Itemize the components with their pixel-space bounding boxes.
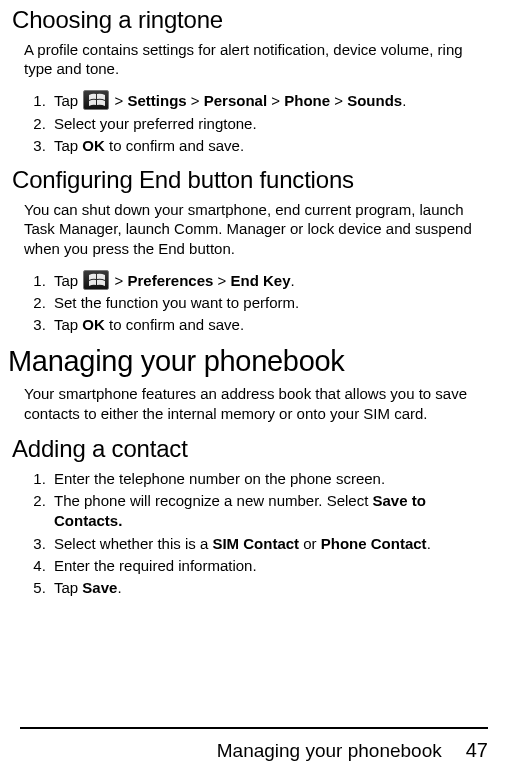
ok-label: OK (82, 316, 105, 333)
bold-label: SIM Contact (212, 535, 299, 552)
step-item: Tap OK to confirm and save. (50, 315, 484, 335)
path-segment: Settings (127, 92, 186, 109)
period: . (117, 579, 121, 596)
path-segment: End Key (230, 272, 290, 289)
step-item: Tap > Settings > Personal > Phone > Soun… (50, 90, 484, 111)
step-item: Tap Save. (50, 578, 484, 598)
step-text: to confirm and save. (105, 137, 244, 154)
step-text: The phone will recognize a new number. S… (54, 492, 373, 509)
bold-label: Save (82, 579, 117, 596)
path-segment: Personal (204, 92, 267, 109)
step-item: Select your preferred ringtone. (50, 114, 484, 134)
step-text: to confirm and save. (105, 316, 244, 333)
step-text: Tap (54, 137, 82, 154)
ok-label: OK (82, 137, 105, 154)
period: . (402, 92, 406, 109)
steps-list: Tap > Settings > Personal > Phone > Soun… (24, 90, 484, 156)
step-text: Tap (54, 92, 82, 109)
steps-list: Enter the telephone number on the phone … (24, 469, 484, 599)
step-text: Tap (54, 316, 82, 333)
step-item: The phone will recognize a new number. S… (50, 491, 484, 532)
sep: > (267, 92, 284, 109)
step-item: Set the function you want to perform. (50, 293, 484, 313)
step-item: Tap OK to confirm and save. (50, 136, 484, 156)
page-footer: Managing your phonebook 47 (20, 727, 488, 762)
step-item: Tap > Preferences > End Key. (50, 270, 484, 291)
footer-section-title: Managing your phonebook (217, 740, 442, 762)
sep: > (115, 272, 128, 289)
windows-start-icon (83, 90, 109, 110)
paragraph: Your smartphone features an address book… (24, 384, 484, 422)
step-item: Select whether this is a SIM Contact or … (50, 534, 484, 554)
path-segment: Preferences (127, 272, 213, 289)
heading-managing-phonebook: Managing your phonebook (8, 345, 488, 378)
sep: > (187, 92, 204, 109)
steps-list: Tap > Preferences > End Key. Set the fun… (24, 270, 484, 336)
paragraph: You can shut down your smartphone, end c… (24, 200, 484, 258)
path-segment: Phone (284, 92, 330, 109)
windows-start-icon (83, 270, 109, 290)
page-number: 47 (466, 739, 488, 762)
heading-adding-contact: Adding a contact (12, 435, 488, 463)
step-text: Tap (54, 272, 82, 289)
period: . (427, 535, 431, 552)
paragraph: A profile contains settings for alert no… (24, 40, 484, 78)
sep: > (213, 272, 230, 289)
path-segment: Sounds (347, 92, 402, 109)
period: . (291, 272, 295, 289)
step-text: or (299, 535, 321, 552)
heading-choosing-ringtone: Choosing a ringtone (12, 6, 488, 34)
sep: > (115, 92, 128, 109)
step-text: Tap (54, 579, 82, 596)
step-text: Select whether this is a (54, 535, 212, 552)
step-item: Enter the required information. (50, 556, 484, 576)
step-item: Enter the telephone number on the phone … (50, 469, 484, 489)
sep: > (330, 92, 347, 109)
bold-label: Phone Contact (321, 535, 427, 552)
heading-end-button: Configuring End button functions (12, 166, 488, 194)
